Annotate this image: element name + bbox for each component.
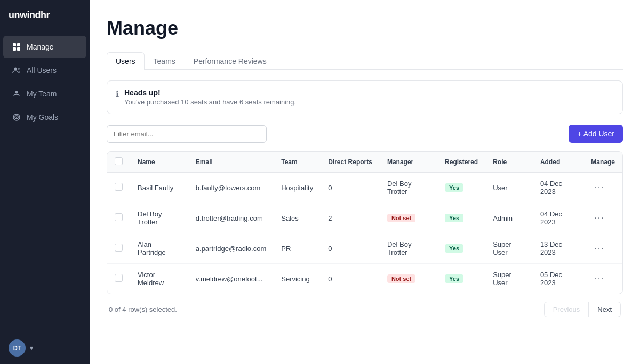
cell-team: PR	[274, 233, 321, 264]
svg-point-6	[15, 91, 18, 94]
col-header-registered: Registered	[437, 152, 485, 173]
col-header-name: Name	[130, 152, 188, 173]
row-actions-button-0[interactable]: ···	[591, 182, 607, 193]
my-goals-icon	[12, 112, 21, 122]
cell-direct-reports: 2	[321, 203, 380, 233]
next-button[interactable]: Next	[589, 302, 621, 317]
cell-direct-reports: 0	[321, 264, 380, 294]
row-checkbox-0[interactable]	[115, 183, 123, 191]
sidebar-item-my-goals[interactable]: My Goals	[3, 106, 86, 128]
cell-team: Servicing	[274, 264, 321, 294]
row-count-label: 0 of 4 row(s) selected.	[109, 305, 177, 313]
sidebar-item-all-users[interactable]: All Users	[3, 59, 86, 82]
cell-direct-reports: 0	[321, 173, 380, 203]
cell-actions: ···	[583, 203, 622, 233]
sidebar-item-my-goals-label: My Goals	[27, 113, 58, 122]
cell-registered: Yes	[437, 264, 485, 294]
my-team-icon	[12, 89, 21, 99]
cell-manager: Del Boy Trotter	[380, 233, 437, 264]
sidebar: unwindhr Manage	[0, 0, 90, 364]
table-row: Basil Faulty b.faulty@towers.com Hospita…	[107, 173, 622, 203]
cell-registered: Yes	[437, 203, 485, 233]
registered-badge: Yes	[445, 274, 463, 283]
users-table: Name Email Team Direct Reports Manager R…	[107, 151, 623, 294]
svg-point-5	[18, 68, 20, 70]
cell-direct-reports: 0	[321, 233, 380, 264]
avatar: DT	[9, 339, 26, 357]
sidebar-footer[interactable]: DT ▾	[0, 332, 90, 364]
svg-point-9	[16, 117, 17, 118]
alert-title: Heads up!	[124, 88, 296, 97]
cell-manager: Del Boy Trotter	[380, 173, 437, 203]
svg-point-4	[14, 68, 17, 70]
filter-email-input[interactable]	[107, 125, 267, 143]
row-checkbox-3[interactable]	[115, 274, 123, 282]
cell-added: 04 Dec 2023	[533, 173, 583, 203]
pagination: Previous Next	[544, 302, 621, 317]
table-row: Victor Meldrew v.meldrew@onefoot... Serv…	[107, 264, 622, 294]
cell-email: b.faulty@towers.com	[188, 173, 274, 203]
col-header-email: Email	[188, 152, 274, 173]
cell-name: Del Boy Trotter	[130, 203, 188, 233]
cell-email: v.meldrew@onefoot...	[188, 264, 274, 294]
page-title: Manage	[107, 17, 623, 39]
table-row: Alan Partridge a.partridge@radio.com PR …	[107, 233, 622, 264]
manager-value: Del Boy Trotter	[387, 180, 412, 196]
sidebar-item-manage[interactable]: Manage	[3, 36, 86, 58]
alert-message: You've purchased 10 seats and have 6 sea…	[124, 98, 296, 106]
col-header-team: Team	[274, 152, 321, 173]
col-header-manage: Manage	[583, 152, 622, 173]
table-footer: 0 of 4 row(s) selected. Previous Next	[107, 294, 623, 317]
cell-role: User	[485, 173, 533, 203]
sidebar-item-my-team-label: My Team	[27, 90, 57, 98]
cell-name: Victor Meldrew	[130, 264, 188, 294]
manager-notset-badge: Not set	[387, 214, 415, 222]
main-content: Manage Users Teams Performance Reviews ℹ…	[90, 0, 640, 364]
cell-manager: Not set	[380, 203, 437, 233]
cell-actions: ···	[583, 233, 622, 264]
registered-badge: Yes	[445, 214, 463, 222]
svg-rect-2	[13, 47, 16, 51]
tab-users[interactable]: Users	[107, 52, 145, 70]
svg-rect-1	[17, 43, 20, 46]
col-header-direct-reports: Direct Reports	[321, 152, 380, 173]
svg-rect-3	[17, 47, 20, 51]
cell-registered: Yes	[437, 233, 485, 264]
cell-email: d.trotter@trading.com	[188, 203, 274, 233]
add-user-button[interactable]: + Add User	[569, 125, 623, 143]
cell-added: 04 Dec 2023	[533, 203, 583, 233]
tab-performance-reviews[interactable]: Performance Reviews	[185, 52, 276, 70]
tab-teams[interactable]: Teams	[145, 52, 185, 70]
cell-email: a.partridge@radio.com	[188, 233, 274, 264]
manage-icon	[12, 42, 21, 52]
select-all-checkbox[interactable]	[115, 157, 123, 165]
previous-button[interactable]: Previous	[544, 302, 589, 317]
info-icon: ℹ	[116, 89, 119, 99]
filter-row: + Add User	[107, 125, 623, 143]
sidebar-item-my-team[interactable]: My Team	[3, 83, 86, 105]
row-checkbox-1[interactable]	[115, 213, 123, 221]
sidebar-item-all-users-label: All Users	[27, 66, 57, 75]
users-icon	[12, 66, 21, 75]
registered-badge: Yes	[445, 244, 463, 253]
cell-added: 05 Dec 2023	[533, 264, 583, 294]
brand-logo: unwindhr	[0, 0, 90, 30]
alert-banner: ℹ Heads up! You've purchased 10 seats an…	[107, 80, 623, 114]
registered-badge: Yes	[445, 183, 463, 192]
cell-team: Hospitality	[274, 173, 321, 203]
manager-notset-badge: Not set	[387, 274, 415, 283]
cell-manager: Not set	[380, 264, 437, 294]
row-actions-button-2[interactable]: ···	[591, 242, 607, 254]
chevron-down-icon: ▾	[30, 344, 33, 352]
svg-rect-0	[13, 43, 16, 46]
sidebar-nav: Manage All Users My Team	[0, 30, 90, 332]
cell-added: 13 Dec 2023	[533, 233, 583, 264]
cell-actions: ···	[583, 264, 622, 294]
cell-team: Sales	[274, 203, 321, 233]
row-checkbox-2[interactable]	[115, 244, 123, 252]
row-actions-button-3[interactable]: ···	[591, 273, 607, 285]
sidebar-item-manage-label: Manage	[27, 43, 54, 51]
cell-registered: Yes	[437, 173, 485, 203]
cell-role: Super User	[485, 264, 533, 294]
row-actions-button-1[interactable]: ···	[591, 212, 607, 224]
